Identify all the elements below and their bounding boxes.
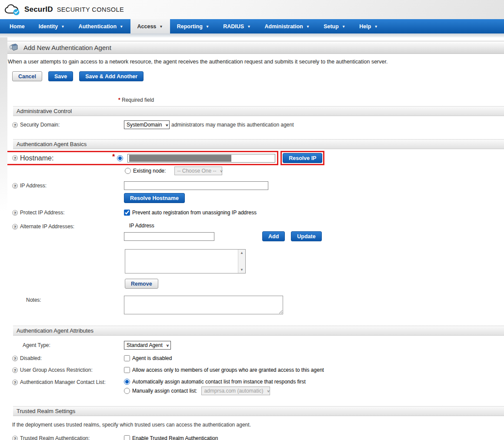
security-domain-suffix: administrators may manage this authentic… (171, 122, 294, 128)
resolve-ip-button[interactable]: Resolve IP (283, 153, 322, 163)
disabled-label: Disabled: (20, 355, 42, 361)
protect-ip-text: Prevent auto registration from unassigni… (132, 210, 257, 216)
scroll-down-icon[interactable]: ▼ (240, 268, 244, 272)
help-icon[interactable]: ? (12, 122, 18, 128)
hostname-label: Hostname: (20, 154, 53, 162)
help-icon[interactable]: ? (12, 224, 18, 230)
add-button[interactable]: Add (262, 231, 285, 241)
annotation-box-hostname: ? Hostname: * (1, 151, 278, 165)
nav-item-help[interactable]: Help▼ (352, 19, 385, 33)
save-button[interactable]: Save (48, 71, 73, 81)
help-icon[interactable]: ? (12, 210, 18, 216)
nav-item-identity[interactable]: Identity▼ (32, 19, 72, 33)
hostname-redaction-overlay (129, 155, 231, 162)
trusted-realm-auth-row: ? Trusted Realm Authentication: Enable T… (12, 435, 504, 440)
chevron-down-icon: ▼ (247, 24, 250, 29)
help-icon[interactable]: ? (12, 436, 18, 440)
page-description: When a user attempts to gain access to a… (8, 59, 504, 65)
page-title: Add New Authentication Agent (23, 44, 111, 51)
nav-item-authentication[interactable]: Authentication▼ (72, 19, 130, 33)
tra-label: Trusted Realm Authentication: (20, 435, 90, 440)
protect-ip-checkbox[interactable] (124, 210, 130, 216)
remove-button[interactable]: Remove (125, 279, 158, 289)
select-chevron-icon: ∨ (220, 169, 223, 173)
section-agent-basics: Authentication Agent Basics (13, 139, 504, 149)
existing-node-select: -- Choose One --∨ (174, 167, 222, 175)
notes-row: Notes: (12, 296, 504, 314)
nav-bottom-band (0, 33, 504, 37)
security-domain-label: Security Domain: (20, 122, 60, 128)
protect-ip-label: Protect IP Address: (20, 210, 65, 216)
nav-item-reporting[interactable]: Reporting▼ (170, 19, 216, 33)
page-title-bar: Add New Authentication Agent (3, 41, 504, 54)
hostname-radio[interactable] (117, 155, 123, 161)
tra-text: Enable Trusted Realm Authentication (132, 435, 218, 440)
help-icon[interactable]: ? (12, 155, 18, 161)
help-icon[interactable]: ? (12, 380, 18, 385)
brand-name: SecurID (24, 5, 53, 14)
required-field-note: * Required field (118, 97, 504, 103)
chevron-down-icon: ▼ (306, 24, 310, 29)
ugar-label: User Group Access Restriction: (20, 367, 93, 373)
resolve-hostname-row: Resolve Hostname (124, 193, 504, 203)
alt-ip-column-header: IP Address (129, 223, 322, 229)
agent-type-select[interactable]: Standard Agent∨ (124, 341, 171, 350)
alt-ip-listbox[interactable]: ▲ ▼ (125, 249, 246, 273)
scroll-up-icon[interactable]: ▲ (240, 251, 244, 255)
chevron-down-icon: ▼ (120, 24, 123, 29)
user-group-restriction-row: ? User Group Access Restriction: Allow a… (12, 367, 504, 373)
top-actions: Cancel Save Save & Add Another (12, 71, 504, 81)
hostname-row: ? Hostname: * Resolve IP (1, 151, 504, 165)
disabled-row: ? Disabled: Agent is disabled (12, 355, 504, 361)
help-icon[interactable]: ? (12, 367, 18, 373)
page-left-shading (0, 37, 7, 242)
amcl-auto-text: Automatically assign automatic contact l… (132, 379, 306, 385)
security-domain-row: ? Security Domain: SystemDomain∨ adminis… (12, 120, 504, 129)
alternate-ip-label: Alternate IP Addresses: (20, 223, 74, 230)
update-button[interactable]: Update (291, 231, 321, 241)
nav-item-setup[interactable]: Setup▼ (317, 19, 352, 33)
app-header: SecurID SECURITY CONSOLE (0, 0, 504, 19)
agent-type-label: Agent Type: (23, 342, 50, 348)
ugar-text: Allow access only to members of user gro… (132, 367, 324, 373)
notes-textarea[interactable] (124, 296, 283, 314)
listbox-scrollbar[interactable]: ▲ ▼ (238, 250, 245, 273)
alt-ip-input[interactable] (124, 232, 214, 241)
required-asterisk: * (118, 97, 120, 103)
help-icon[interactable]: ? (12, 356, 18, 361)
help-icon[interactable]: ? (12, 183, 18, 189)
contact-list-row: ? Authentication Manager Contact List: A… (12, 379, 504, 395)
existing-node-radio[interactable] (125, 168, 131, 174)
security-domain-select[interactable]: SystemDomain∨ (124, 120, 170, 129)
nav-item-radius[interactable]: RADIUS▼ (216, 19, 257, 33)
agent-disabled-text: Agent is disabled (132, 355, 172, 361)
ip-address-input[interactable] (124, 181, 268, 190)
notes-label: Notes: (26, 297, 41, 303)
hostname-input-wrap (127, 154, 275, 163)
existing-node-row: Existing node: -- Choose One --∨ (125, 167, 504, 175)
chevron-down-icon: ▼ (342, 24, 345, 29)
tra-checkbox[interactable] (124, 435, 130, 440)
ip-address-label: IP Address: (20, 183, 47, 189)
alternate-ip-row: ? Alternate IP Addresses: IP Address Add… (12, 223, 504, 289)
amcl-manual-radio[interactable] (124, 388, 130, 394)
save-add-another-button[interactable]: Save & Add Another (79, 71, 144, 81)
agent-icon (9, 43, 19, 52)
select-chevron-icon: ∨ (165, 123, 168, 127)
chevron-down-icon: ▼ (374, 24, 377, 29)
cancel-button[interactable]: Cancel (12, 71, 42, 81)
hostname-required-asterisk: * (112, 153, 115, 161)
agent-disabled-checkbox[interactable] (124, 355, 130, 361)
chevron-down-icon: ▼ (206, 24, 209, 29)
nav-item-home[interactable]: Home (3, 19, 32, 33)
select-chevron-icon: ∨ (267, 389, 270, 393)
existing-node-label: Existing node: (133, 168, 166, 174)
resolve-hostname-button[interactable]: Resolve Hostname (124, 193, 185, 203)
nav-item-administration[interactable]: Administration▼ (258, 19, 317, 33)
protect-ip-row: ? Protect IP Address: Prevent auto regis… (12, 210, 504, 216)
amcl-manual-text: Manually assign contact list: (132, 388, 197, 394)
amcl-auto-radio[interactable] (124, 379, 130, 385)
section-trusted-realm: Trusted Realm Settings (13, 406, 504, 416)
ugar-checkbox[interactable] (124, 367, 130, 373)
nav-item-access[interactable]: Access▼ (130, 19, 170, 33)
